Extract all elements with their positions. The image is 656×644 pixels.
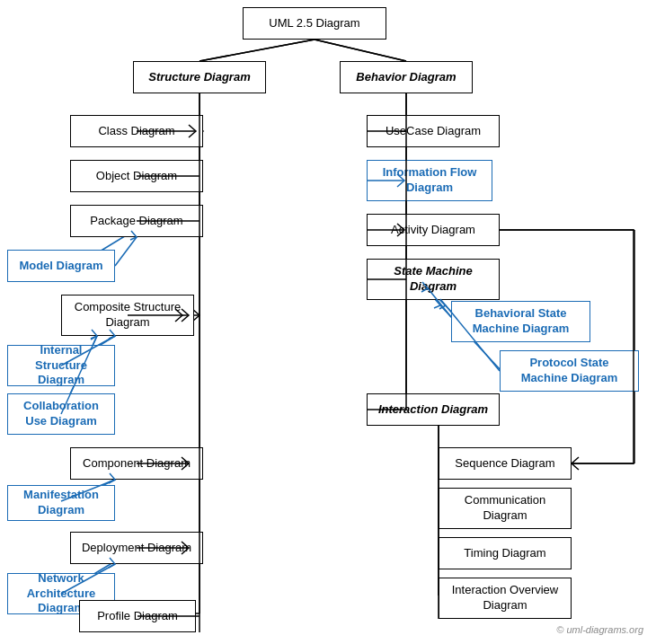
object-node: Object Diagram [70, 160, 203, 192]
usecase-node: UseCase Diagram [367, 115, 500, 147]
deployment-node: Deployment Diagram [70, 532, 203, 564]
manifestation-node: Manifestation Diagram [7, 485, 115, 521]
profile-node: Profile Diagram [79, 600, 196, 632]
watermark: © uml-diagrams.org [556, 624, 643, 635]
structure-node: Structure Diagram [133, 61, 266, 93]
component-node: Component Diagram [70, 447, 203, 480]
composite-node: Composite Structure Diagram [61, 295, 194, 336]
behavioral-node: Behavioral State Machine Diagram [451, 301, 590, 342]
diagram-container: UML 2.5 Diagram Structure Diagram Behavi… [0, 0, 656, 644]
infoflow-node: Information Flow Diagram [367, 160, 492, 201]
collabuse-node: Collaboration Use Diagram [7, 393, 115, 435]
package-node: Package Diagram [70, 205, 203, 237]
behavior-node: Behavior Diagram [340, 61, 473, 93]
model-node: Model Diagram [7, 250, 115, 282]
svg-line-1 [315, 40, 406, 61]
timing-node: Timing Diagram [439, 537, 572, 569]
uml-node: UML 2.5 Diagram [243, 7, 386, 40]
communication-node: Communication Diagram [439, 488, 572, 529]
interactionoverview-node: Interaction Overview Diagram [439, 578, 572, 619]
internal-node: Internal Structure Diagram [7, 345, 115, 386]
interaction-node: Interaction Diagram [367, 393, 500, 426]
activity-node: Activity Diagram [367, 214, 500, 246]
svg-line-0 [199, 40, 315, 61]
class-node: Class Diagram [70, 115, 203, 147]
protocol-node: Protocol State Machine Diagram [500, 350, 639, 392]
statemachine-node: State Machine Diagram [367, 259, 500, 300]
sequence-node: Sequence Diagram [439, 447, 572, 480]
